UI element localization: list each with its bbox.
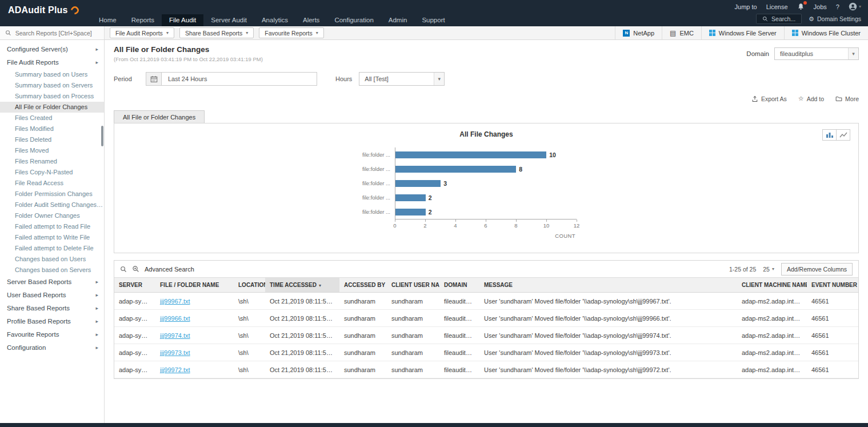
- column-header-file-folder-name[interactable]: FILE / FOLDER NAME: [155, 278, 234, 293]
- bar-chart-toggle-icon[interactable]: [822, 129, 837, 141]
- advanced-search-link[interactable]: Advanced Search: [145, 266, 194, 273]
- sidebar-item-changes-based-on-servers[interactable]: Changes based on Servers: [0, 265, 104, 276]
- sidebar-item-favourite-reports[interactable]: Favourite Reports▸: [0, 328, 104, 341]
- column-header-client-machine-name[interactable]: CLIENT MACHINE NAME: [737, 278, 807, 293]
- column-header-domain[interactable]: DOMAIN: [439, 278, 479, 293]
- add-to-button[interactable]: ☆ Add to: [798, 95, 824, 102]
- domain-settings-link[interactable]: ⚙ Domain Settings: [809, 15, 861, 23]
- file-link[interactable]: jjj99966.txt: [155, 310, 234, 327]
- sidebar-item-configuration[interactable]: Configuration▸: [0, 341, 104, 354]
- sidebar-item-folder-audit-setting-changes-sacl[interactable]: Folder Audit Setting Changes(SACL): [0, 199, 104, 210]
- jobs-link[interactable]: Jobs: [814, 3, 827, 10]
- nav-tab-file-audit[interactable]: File Audit: [162, 14, 203, 26]
- nav-tab-home[interactable]: Home: [91, 14, 124, 26]
- column-header-event-number[interactable]: EVENT NUMBER: [807, 278, 858, 293]
- line-chart-toggle-icon[interactable]: [836, 129, 850, 141]
- chart-track: 8: [395, 162, 577, 176]
- more-button[interactable]: More: [835, 95, 859, 102]
- sidebar-scrollbar[interactable]: [101, 126, 103, 146]
- tab-all-file-or-folder-changes[interactable]: All File or Folder Changes: [114, 110, 205, 123]
- chart-track: 10: [395, 147, 577, 162]
- sidebar-item-summary-based-on-process[interactable]: Summary based on Process: [0, 91, 104, 102]
- sidebar-item-summary-based-on-servers[interactable]: Summary based on Servers: [0, 80, 104, 91]
- sidebar-item-failed-attempt-to-read-file[interactable]: Failed attempt to Read File: [0, 221, 104, 232]
- nav-tab-server-audit[interactable]: Server Audit: [203, 14, 254, 26]
- sidebar-item-failed-attempt-to-delete-file[interactable]: Failed attempt to Delete File: [0, 243, 104, 254]
- file-link[interactable]: jjj99973.txt: [155, 344, 234, 361]
- sidebar-item-profile-based-reports[interactable]: Profile Based Reports▸: [0, 315, 104, 328]
- menu-file-audit-reports[interactable]: File Audit Reports▾: [110, 27, 174, 38]
- license-link[interactable]: License: [766, 3, 788, 10]
- sidebar-item-file-read-access[interactable]: File Read Access: [0, 178, 104, 189]
- column-header-location[interactable]: LOCATION: [234, 278, 265, 293]
- sidebar-item-configured-server-s[interactable]: Configured Server(s)▸: [0, 43, 104, 56]
- search-icon[interactable]: [120, 266, 127, 273]
- nav-tab-support[interactable]: Support: [414, 14, 452, 26]
- file-link[interactable]: jjj99974.txt: [155, 327, 234, 344]
- export-as-button[interactable]: Export As: [751, 95, 787, 102]
- global-search[interactable]: Search...: [756, 14, 802, 24]
- storage-emc[interactable]: ▤EMC: [662, 26, 701, 39]
- sidebar-item-files-deleted[interactable]: Files Deleted: [0, 134, 104, 145]
- sidebar-item-files-moved[interactable]: Files Moved: [0, 145, 104, 156]
- sidebar-item-share-based-reports[interactable]: Share Based Reports▸: [0, 302, 104, 315]
- sidebar-item-folder-permission-changes[interactable]: Folder Permission Changes: [0, 189, 104, 199]
- axis-tick: [577, 220, 577, 222]
- period-field[interactable]: Last 24 Hours: [146, 72, 317, 86]
- column-header-message[interactable]: MESSAGE: [479, 278, 737, 293]
- nav-tab-configuration[interactable]: Configuration: [327, 14, 381, 26]
- storage-windows-file-server[interactable]: Windows File Server: [701, 26, 784, 39]
- topbar-utilities: Jump to License Jobs ? ▾: [735, 2, 861, 11]
- file-link[interactable]: jjj99967.txt: [155, 293, 234, 310]
- help-link[interactable]: ?: [836, 3, 839, 10]
- advanced-search-icon[interactable]: [132, 265, 139, 273]
- chevron-right-icon: ▸: [95, 276, 98, 289]
- chart-panel: All File Changes file:folder ...10file:f…: [114, 123, 859, 253]
- nav-tab-admin[interactable]: Admin: [381, 14, 415, 26]
- storage-label: Windows File Cluster: [802, 30, 861, 37]
- cell-time: Oct 21,2019 08:11:58 PM: [265, 327, 339, 344]
- chart-value-label: 10: [549, 151, 556, 158]
- nav-tab-analytics[interactable]: Analytics: [254, 14, 295, 26]
- sidebar-item-folder-owner-changes[interactable]: Folder Owner Changes: [0, 210, 104, 221]
- sidebar-item-server-based-reports[interactable]: Server Based Reports▸: [0, 276, 104, 289]
- jump-to-link[interactable]: Jump to: [735, 3, 757, 10]
- calendar-icon[interactable]: [146, 73, 162, 85]
- column-header-server[interactable]: SERVER: [114, 278, 155, 293]
- chevron-down-icon: ▾: [246, 30, 248, 35]
- column-header-time-accessed[interactable]: TIME ACCESSED▾: [265, 278, 339, 293]
- cell-machine: adap-ms2.adap.internal: [737, 327, 807, 344]
- storage-netapp[interactable]: NNetApp: [615, 26, 662, 39]
- cell-server: adap-synology: [114, 310, 155, 327]
- sidebar-item-failed-attempt-to-write-file[interactable]: Failed attempt to Write File: [0, 232, 104, 243]
- column-header-accessed-by[interactable]: ACCESSED BY: [339, 278, 387, 293]
- chart-bar-row: file:folder ...3: [349, 176, 623, 190]
- user-menu[interactable]: ▾: [849, 2, 861, 11]
- sidebar-item-changes-based-on-users[interactable]: Changes based on Users: [0, 254, 104, 265]
- domain-select[interactable]: fileauditplus ▾: [774, 47, 859, 60]
- nav-tab-alerts[interactable]: Alerts: [295, 14, 327, 26]
- sidebar-item-files-created[interactable]: Files Created: [0, 113, 104, 123]
- sidebar-item-summary-based-on-users[interactable]: Summary based on Users: [0, 69, 104, 80]
- sidebar-item-all-file-or-folder-changes[interactable]: All File or Folder Changes: [0, 102, 104, 113]
- star-icon: ☆: [798, 95, 804, 102]
- sidebar-item-file-audit-reports[interactable]: File Audit Reports▸: [0, 56, 104, 69]
- report-search[interactable]: [0, 26, 105, 39]
- sidebar-item-user-based-reports[interactable]: User Based Reports▸: [0, 289, 104, 302]
- column-header-client-user-name[interactable]: CLIENT USER NAME: [387, 278, 439, 293]
- storage-windows-file-cluster[interactable]: Windows File Cluster: [784, 26, 868, 39]
- sidebar-item-files-modified[interactable]: Files Modified: [0, 123, 104, 134]
- menu-share-based-reports[interactable]: Share Based Reports▾: [179, 27, 254, 38]
- sidebar-item-files-copy-n-pasted[interactable]: Files Copy-N-Pasted: [0, 167, 104, 178]
- report-search-input[interactable]: [15, 30, 99, 37]
- hours-select[interactable]: All [Test] ▾: [359, 72, 445, 86]
- file-link[interactable]: jjj99972.txt: [155, 361, 234, 378]
- page-size-select[interactable]: 25 ▾: [763, 266, 774, 273]
- menu-favourite-reports[interactable]: Favourite Reports▾: [259, 27, 323, 38]
- add-remove-columns-button[interactable]: Add/Remove Columns: [781, 263, 853, 276]
- cell-domain: fileauditplus: [439, 361, 479, 378]
- notifications-bell-icon[interactable]: [797, 3, 805, 10]
- chevron-down-icon: ▾: [166, 30, 169, 35]
- nav-tab-reports[interactable]: Reports: [124, 14, 162, 26]
- sidebar-item-files-renamed[interactable]: Files Renamed: [0, 156, 104, 167]
